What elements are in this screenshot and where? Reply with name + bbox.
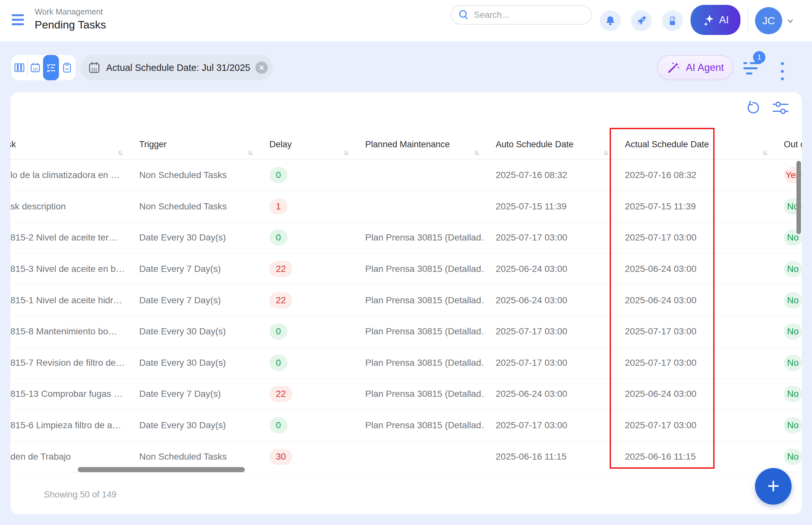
search-icon xyxy=(458,9,470,21)
table-row[interactable]: sk descriptionNon Scheduled Tasks12025-0… xyxy=(10,191,802,222)
out-of-badge: No xyxy=(784,261,802,277)
view-list-button[interactable] xyxy=(43,55,59,80)
title-block: Work Management Pending Tasks xyxy=(35,7,106,31)
auto-schedule-date-cell: 2025-07-17 03:00 xyxy=(485,410,615,441)
horizontal-scrollbar[interactable] xyxy=(78,467,245,472)
column-header-auto-schedule-date[interactable]: Auto Schedule Date xyxy=(485,130,615,159)
planned-maintenance-cell: Plan Prensa 30815 (Detallad… xyxy=(355,253,485,285)
actual-schedule-date-cell: 2025-07-17 03:00 xyxy=(615,410,773,441)
column-resize-handle[interactable] xyxy=(475,150,479,155)
column-header-out-of[interactable]: Out of xyxy=(773,130,802,159)
column-resize-handle[interactable] xyxy=(249,150,253,155)
actual-schedule-date-cell: 2025-06-16 11:15 xyxy=(615,441,773,472)
column-resize-handle[interactable] xyxy=(604,150,608,155)
table-row[interactable]: 815-8 Mantenimiento bo…Date Every 30 Day… xyxy=(10,316,802,347)
column-header-actual-schedule-date[interactable]: Actual Schedule Date xyxy=(615,130,773,159)
menu-icon[interactable] xyxy=(12,14,25,27)
avatar[interactable]: JC xyxy=(755,7,782,34)
actual-schedule-date-cell: 2025-07-16 08:32 xyxy=(615,160,773,191)
out-of-badge: No xyxy=(784,355,802,371)
planned-maintenance-cell: Plan Prensa 30815 (Detallad… xyxy=(355,410,485,441)
trigger-cell: Date Every 30 Day(s) xyxy=(129,410,259,441)
delay-badge: 0 xyxy=(269,229,287,246)
chevron-down-icon[interactable] xyxy=(785,16,795,26)
out-of-cell: No xyxy=(773,441,802,472)
calendar-icon xyxy=(87,61,101,74)
bell-icon xyxy=(604,15,616,27)
active-filter-chip[interactable]: Actual Schedule Date: Jul 31/2025 xyxy=(80,55,273,80)
delay-cell: 0 xyxy=(259,347,355,378)
notifications-button[interactable] xyxy=(600,10,621,31)
column-header-trigger[interactable]: Trigger xyxy=(129,130,259,159)
delay-cell: 1 xyxy=(259,191,355,222)
search-input[interactable] xyxy=(474,10,571,20)
planned-maintenance-cell: Plan Prensa 30815 (Detallad… xyxy=(355,347,485,378)
trigger-cell: Date Every 7 Day(s) xyxy=(129,285,259,316)
search-box[interactable] xyxy=(451,5,592,25)
pagination-status: Showing 50 of 149 xyxy=(44,490,117,500)
column-header-planned-maintenance[interactable]: Planned Maintenance xyxy=(355,130,485,159)
filter-count-badge: 1 xyxy=(753,51,765,63)
table-row[interactable]: 815-7 Revision de filtro de…Date Every 3… xyxy=(10,347,802,379)
auto-schedule-date-cell: 2025-06-24 03:00 xyxy=(485,253,615,285)
table-row[interactable]: 815-2 Nivel de aceite ter…Date Every 30 … xyxy=(10,222,802,254)
view-calendar-button[interactable] xyxy=(27,55,43,80)
table-row[interactable]: 815-3 Nivel de aceite en b…Date Every 7 … xyxy=(10,253,802,285)
table-row[interactable]: 815-1 Nivel de aceite hidr…Date Every 7 … xyxy=(10,285,802,316)
news-button[interactable] xyxy=(662,10,683,31)
task-cell: lo de la climatizadora en … xyxy=(10,160,129,191)
vertical-scrollbar[interactable] xyxy=(796,161,801,234)
filter-sort-button[interactable] xyxy=(743,62,762,76)
add-task-button[interactable]: + xyxy=(755,468,792,505)
view-switcher xyxy=(11,55,75,80)
remove-filter-button[interactable] xyxy=(255,61,268,74)
task-cell: 815-8 Mantenimiento bo… xyxy=(10,316,129,347)
feed-card-icon xyxy=(667,15,678,27)
task-cell: 815-7 Revision de filtro de… xyxy=(10,347,129,378)
table-row[interactable]: 815-6 Limpieza filtro de a…Date Every 30… xyxy=(10,410,802,441)
rocket-icon xyxy=(636,15,647,27)
planned-maintenance-cell xyxy=(355,191,485,222)
avatar-initials: JC xyxy=(762,15,775,27)
delay-cell: 30 xyxy=(259,441,355,472)
auto-schedule-date-cell: 2025-06-24 03:00 xyxy=(485,285,615,316)
out-of-badge: No xyxy=(784,323,802,340)
delay-badge: 22 xyxy=(269,386,292,402)
table-row[interactable]: 815-13 Comprobar fugas …Date Every 7 Day… xyxy=(10,379,802,410)
page-title: Pending Tasks xyxy=(35,18,106,31)
view-board-button[interactable] xyxy=(59,55,75,80)
delay-badge: 30 xyxy=(269,449,292,465)
planned-maintenance-cell: Plan Prensa 30815 (Detallad… xyxy=(355,285,485,316)
column-resize-handle[interactable] xyxy=(345,150,349,155)
trigger-cell: Date Every 30 Day(s) xyxy=(129,222,259,253)
task-cell: 815-1 Nivel de aceite hidr… xyxy=(10,285,129,316)
out-of-badge: No xyxy=(784,292,802,309)
task-cell: 815-2 Nivel de aceite ter… xyxy=(10,222,129,253)
actual-schedule-date-cell: 2025-07-15 11:39 xyxy=(615,191,773,222)
launch-button[interactable] xyxy=(631,10,652,31)
delay-cell: 22 xyxy=(259,253,355,285)
column-resize-handle[interactable] xyxy=(764,150,767,155)
delay-badge: 0 xyxy=(269,167,287,183)
out-of-cell: No xyxy=(773,253,802,285)
delay-badge: 22 xyxy=(269,261,292,277)
ai-assistant-button[interactable]: AI xyxy=(691,5,740,35)
auto-schedule-date-cell: 2025-06-24 03:00 xyxy=(485,379,615,410)
magic-wand-icon xyxy=(666,61,681,75)
delay-badge: 0 xyxy=(269,323,287,340)
more-options-button[interactable] xyxy=(780,62,784,80)
task-cell: 815-6 Limpieza filtro de a… xyxy=(10,410,129,441)
column-header-sk[interactable]: sk xyxy=(10,130,129,159)
actual-schedule-date-cell: 2025-07-17 03:00 xyxy=(615,316,773,347)
auto-schedule-date-cell: 2025-07-17 03:00 xyxy=(485,347,615,378)
actual-schedule-date-cell: 2025-06-24 03:00 xyxy=(615,379,773,410)
divider xyxy=(748,9,749,32)
table-row[interactable]: lo de la climatizadora en …Non Scheduled… xyxy=(10,160,802,191)
table-settings-icon[interactable] xyxy=(772,100,789,116)
reset-icon[interactable] xyxy=(745,100,761,116)
view-columns-button[interactable] xyxy=(11,55,27,80)
task-cell: 815-13 Comprobar fugas … xyxy=(10,379,129,410)
column-header-delay[interactable]: Delay xyxy=(259,130,355,159)
ai-agent-button[interactable]: AI Agent xyxy=(657,55,733,80)
column-resize-handle[interactable] xyxy=(119,150,122,155)
